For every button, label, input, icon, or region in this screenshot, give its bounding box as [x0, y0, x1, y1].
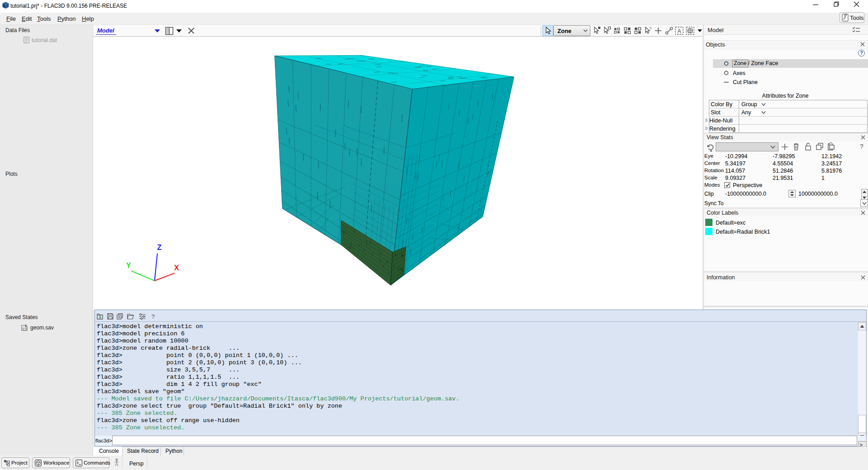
svg-text:?: ?: [649, 26, 651, 31]
svg-text:Y: Y: [126, 262, 131, 269]
svg-text:?: ?: [151, 313, 155, 320]
svg-text:X: X: [174, 264, 179, 272]
svg-text:A: A: [678, 28, 681, 34]
svg-text:Z: Z: [157, 244, 162, 251]
